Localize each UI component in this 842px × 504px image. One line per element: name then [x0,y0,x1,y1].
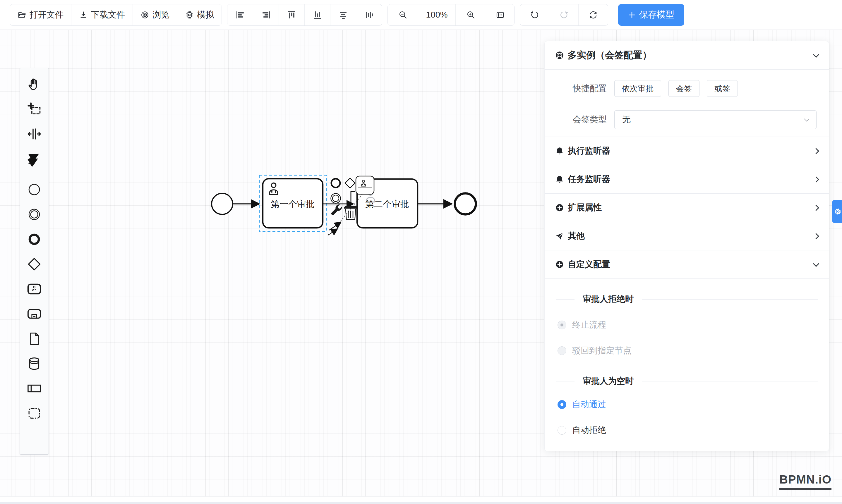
open-file-label: 打开文件 [30,9,64,21]
radio-return-to-node[interactable]: 驳回到指定节点 [558,345,829,357]
download-file-button[interactable]: 下载文件 [71,4,133,25]
radio-selected-disabled-icon [558,321,566,329]
align-bottom-button[interactable] [305,4,330,25]
section-extended-properties[interactable]: 扩展属性 [545,194,829,222]
end-event[interactable] [455,193,476,214]
align-top-button[interactable] [279,4,305,25]
plus-circle-icon [555,203,564,212]
plus-icon [628,11,636,19]
radio-selected-icon [558,400,566,409]
reset-icon [589,10,598,20]
align-middle-vertical-button[interactable] [356,4,382,25]
task-first-approval[interactable]: 第一个审批 [263,179,323,228]
context-pad-delete[interactable] [344,206,357,219]
file-button-group: 打开文件 下载文件 浏览 模拟 [10,4,222,26]
settings-edge-tab[interactable] [832,200,842,223]
space-tool[interactable] [20,121,49,146]
hand-tool[interactable] [20,72,49,96]
quick-config-row: 快捷配置 依次审批 会签 或签 [545,80,829,97]
panel-title: 多实例（会签配置） [567,49,652,62]
align-left-button[interactable] [227,4,253,25]
create-end-event[interactable] [20,227,49,252]
reset-button[interactable] [579,4,608,25]
bell-icon [555,175,564,184]
radio-assign-member[interactable]: 指定成员审批 [558,450,829,451]
task2-label: 第二个审批 [365,199,409,209]
context-pad-connect[interactable] [328,222,341,235]
hand-tool-icon [27,77,42,92]
zoom-button-group: 100% [387,4,514,26]
create-data-store[interactable] [20,351,49,376]
simulate-label: 模拟 [197,9,214,21]
context-pad-append-task[interactable] [356,176,374,194]
context-pad-append-gateway[interactable] [345,178,355,188]
create-data-object[interactable] [20,326,49,351]
align-bottom-icon [313,10,322,20]
global-connect-tool[interactable] [20,146,49,171]
redo-button[interactable] [549,4,579,25]
sign-type-select[interactable]: 无 [614,110,817,129]
quick-option-orsign[interactable]: 或签 [707,80,738,97]
create-user-task[interactable] [20,276,49,301]
undo-button[interactable] [520,4,549,25]
align-left-icon [235,10,245,20]
preview-label: 浏览 [153,9,170,21]
create-intermediate-event[interactable] [20,202,49,227]
chevron-right-icon [813,176,819,182]
align-button-group [227,4,382,26]
create-start-event[interactable] [20,177,49,202]
palette-separator [24,174,45,174]
create-group[interactable] [20,401,49,426]
align-center-horizontal-button[interactable] [330,4,356,25]
preview-button[interactable]: 浏览 [133,4,177,25]
data-store-icon [27,356,42,371]
create-gateway[interactable] [20,252,49,276]
zoom-out-button[interactable] [388,4,418,25]
zoom-out-icon [398,10,408,20]
simulate-button[interactable]: 模拟 [177,4,222,25]
bpmn-io-logo-underline [779,487,831,490]
align-right-icon [261,10,271,20]
save-model-label: 保存模型 [639,9,674,21]
bpmn-io-logo: BPMN.iO [779,473,831,490]
radio-auto-pass[interactable]: 自动通过 [558,399,829,410]
fit-viewport-button[interactable] [486,4,514,25]
chip-icon [185,11,194,19]
section-task-listener[interactable]: 任务监听器 [545,165,829,194]
align-right-button[interactable] [253,4,279,25]
sign-type-row: 会签类型 无 [545,110,829,129]
task1-label: 第一个审批 [271,199,315,209]
chevron-right-icon [813,204,819,211]
open-file-button[interactable]: 打开文件 [10,4,71,25]
context-pad-wrench[interactable] [331,204,342,215]
gateway-icon [27,256,42,272]
horizontal-scrollbar[interactable] [0,497,842,502]
shape-palette [20,68,49,454]
panel-sections: 执行监听器 任务监听器 扩展属性 其他 [545,137,829,279]
intermediate-event-icon [27,207,42,222]
radio-terminate-process[interactable]: 终止流程 [558,319,829,331]
user-task-icon [27,282,42,296]
start-event-icon [27,182,42,197]
context-pad-append-end-event[interactable] [331,179,340,187]
section-custom-config[interactable]: 自定义配置 [545,250,829,279]
zoom-in-button[interactable] [456,4,486,25]
quick-option-sequential[interactable]: 依次审批 [614,80,661,97]
context-pad-append-intermediate-event[interactable] [331,194,341,203]
end-event-icon [27,232,42,247]
create-participant[interactable] [20,376,49,401]
quick-config-label: 快捷配置 [545,83,607,94]
quick-option-countersign[interactable]: 会签 [668,80,700,97]
start-event[interactable] [212,193,233,214]
save-model-button[interactable]: 保存模型 [618,4,684,26]
panel-header[interactable]: 多实例（会签配置） [545,41,829,70]
radio-auto-reject[interactable]: 自动拒绝 [558,425,829,436]
folder-open-icon [18,11,27,19]
lasso-tool[interactable] [20,96,49,121]
radio-unselected-icon [558,426,566,435]
create-subprocess[interactable] [20,301,49,326]
eye-icon [140,11,149,19]
section-execution-listener[interactable]: 执行监听器 [545,137,829,165]
plus-circle-icon [555,260,564,269]
section-other[interactable]: 其他 [545,222,829,250]
